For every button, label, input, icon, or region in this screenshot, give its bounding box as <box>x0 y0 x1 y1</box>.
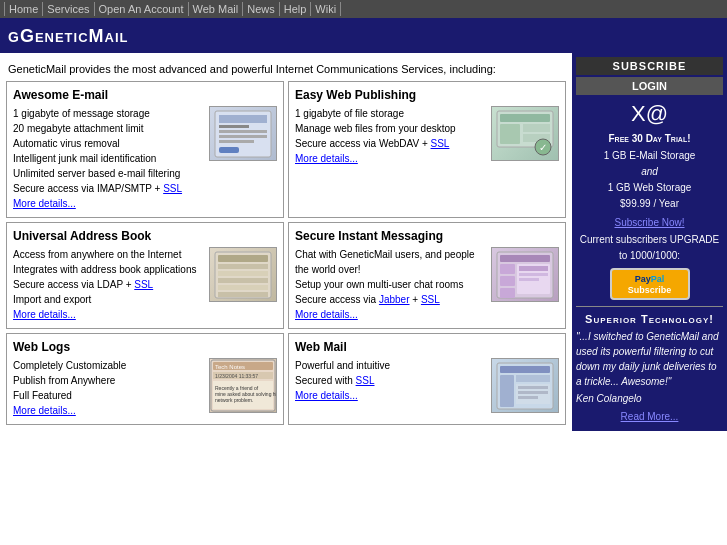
feature-blog-more[interactable]: More details... <box>13 405 76 416</box>
svg-text:1/23/2004 11:33:57: 1/23/2004 11:33:57 <box>215 373 258 379</box>
svg-rect-1 <box>219 115 267 123</box>
sidebar-superior-label: Superior Technology! <box>576 313 723 325</box>
svg-rect-8 <box>500 114 550 122</box>
im-jabber-link[interactable]: Jabber <box>379 294 410 305</box>
feature-address-title: Universal Address Book <box>13 229 277 243</box>
feature-address-text: Access from anywhere on the Internet Int… <box>13 247 205 322</box>
svg-rect-9 <box>500 124 520 144</box>
logo: GGeneticMail <box>8 24 129 47</box>
feature-email-more[interactable]: More details... <box>13 198 76 209</box>
svg-rect-16 <box>218 264 268 269</box>
feature-webmail: Web Mail Powerful and intuitive Secured … <box>288 333 566 425</box>
svg-rect-23 <box>500 264 515 274</box>
sidebar-price: $99.99 / Year <box>576 196 723 212</box>
feature-blog-bullets: Completely Customizable Publish from Any… <box>13 358 205 418</box>
feature-im-more[interactable]: More details... <box>295 309 358 320</box>
logo-g: G <box>8 29 20 45</box>
feature-email-image <box>209 106 277 161</box>
read-more-link[interactable]: Read More... <box>621 411 679 422</box>
main-content: GeneticMail provides the most advanced a… <box>0 53 572 431</box>
feature-blog-image: Tech Notes 1/23/2004 11:33:57 Recently a… <box>209 358 277 413</box>
sidebar-subscribe-now[interactable]: Subscribe Now! <box>576 216 723 228</box>
feature-email-title: Awesome E-mail <box>13 88 277 102</box>
nav-webmail[interactable]: Web Mail <box>189 2 244 16</box>
feature-im-title: Secure Instant Messaging <box>295 229 559 243</box>
feature-web-content: 1 gigabyte of file storage Manage web fi… <box>295 106 559 166</box>
feature-im-image <box>491 247 559 302</box>
sidebar-divider1 <box>576 306 723 307</box>
nav-services[interactable]: Services <box>43 2 94 16</box>
im-ssl-link[interactable]: SSL <box>421 294 440 305</box>
svg-text:Tech Notes: Tech Notes <box>215 364 245 370</box>
feature-blog-content: Completely Customizable Publish from Any… <box>13 358 277 418</box>
sidebar-login-label[interactable]: LOGIN <box>576 77 723 95</box>
features-grid: Awesome E-mail 1 gigabyte of message sto… <box>6 81 566 425</box>
feature-blog: Web Logs Completely Customizable Publish… <box>6 333 284 425</box>
sidebar: SUBSCRIBE LOGIN X@ Free 30 Day Trial! 1 … <box>572 53 727 431</box>
feature-web-image: ✓ <box>491 106 559 161</box>
sidebar-upgrade-text: Current subscribers UPGRADE to 1000/1000… <box>578 232 721 264</box>
web-ssl-link[interactable]: SSL <box>431 138 450 149</box>
subscribe-now-link[interactable]: Subscribe Now! <box>614 217 684 228</box>
nav-news[interactable]: News <box>243 2 280 16</box>
nav-open-account[interactable]: Open An Account <box>95 2 189 16</box>
sidebar-storage1: 1 GB E-Mail Storage <box>576 148 723 164</box>
nav-help[interactable]: Help <box>280 2 312 16</box>
feature-email-bullets: 1 gigabyte of message storage 20 megabyt… <box>13 106 205 211</box>
paypal-subscribe-button[interactable]: PayPal Subscribe <box>610 268 690 300</box>
svg-rect-44 <box>518 386 548 389</box>
nav-wiki[interactable]: Wiki <box>311 2 341 16</box>
sidebar-and: and <box>576 164 723 180</box>
svg-rect-25 <box>500 288 515 298</box>
svg-rect-10 <box>523 124 550 132</box>
nav-home[interactable]: Home <box>4 2 43 16</box>
feature-address-content: Access from anywhere on the Internet Int… <box>13 247 277 322</box>
feature-im: Secure Instant Messaging Chat with Genet… <box>288 222 566 329</box>
svg-rect-20 <box>218 292 268 297</box>
feature-address: Universal Address Book Access from anywh… <box>6 222 284 329</box>
svg-rect-24 <box>500 276 515 286</box>
feature-address-more[interactable]: More details... <box>13 309 76 320</box>
feature-webmail-bullets: Powerful and intuitive Secured with SSL … <box>295 358 487 403</box>
sidebar-quote: "...I switched to GeneticMail and used i… <box>576 329 723 389</box>
feature-blog-title: Web Logs <box>13 340 277 354</box>
svg-rect-5 <box>219 140 254 143</box>
feature-web-text: 1 gigabyte of file storage Manage web fi… <box>295 106 487 166</box>
svg-rect-42 <box>516 375 550 382</box>
feature-address-bullets: Access from anywhere on the Internet Int… <box>13 247 205 322</box>
svg-rect-3 <box>219 130 267 133</box>
sidebar-trial-label: Free 30 Day Trial! <box>576 133 723 144</box>
email-ssl-link[interactable]: SSL <box>163 183 182 194</box>
svg-rect-19 <box>218 285 268 290</box>
feature-webmail-title: Web Mail <box>295 340 559 354</box>
header: GGeneticMail <box>0 18 727 53</box>
feature-email-text: 1 gigabyte of message storage 20 megabyt… <box>13 106 205 211</box>
svg-rect-15 <box>218 255 268 262</box>
intro-text: GeneticMail provides the most advanced a… <box>6 59 566 81</box>
feature-web-more[interactable]: More details... <box>295 153 358 164</box>
navbar: Home Services Open An Account Web Mail N… <box>0 0 727 18</box>
paypal-container: PayPal Subscribe <box>576 268 723 300</box>
svg-rect-27 <box>519 266 548 271</box>
svg-rect-46 <box>518 396 538 399</box>
feature-webmail-text: Powerful and intuitive Secured with SSL … <box>295 358 487 413</box>
feature-im-content: Chat with GeneticMail users, and people … <box>295 247 559 322</box>
webmail-ssl-link[interactable]: SSL <box>356 375 375 386</box>
paypal-label: Subscribe <box>628 285 672 295</box>
svg-text:network problem.: network problem. <box>215 397 253 403</box>
feature-web-title: Easy Web Publishing <box>295 88 559 102</box>
address-ssl-link[interactable]: SSL <box>134 279 153 290</box>
feature-webmail-more[interactable]: More details... <box>295 390 358 401</box>
sidebar-read-more[interactable]: Read More... <box>576 410 723 422</box>
feature-webmail-content: Powerful and intuitive Secured with SSL … <box>295 358 559 413</box>
svg-rect-45 <box>518 391 548 394</box>
feature-blog-text: Completely Customizable Publish from Any… <box>13 358 205 418</box>
feature-webmail-image <box>491 358 559 413</box>
feature-email: Awesome E-mail 1 gigabyte of message sto… <box>6 81 284 218</box>
feature-email-content: 1 gigabyte of message storage 20 megabyt… <box>13 106 277 211</box>
sidebar-xat-symbol: X@ <box>576 101 723 127</box>
layout: GeneticMail provides the most advanced a… <box>0 53 727 431</box>
svg-rect-6 <box>219 147 239 153</box>
svg-rect-4 <box>219 135 267 138</box>
svg-rect-17 <box>218 271 268 276</box>
